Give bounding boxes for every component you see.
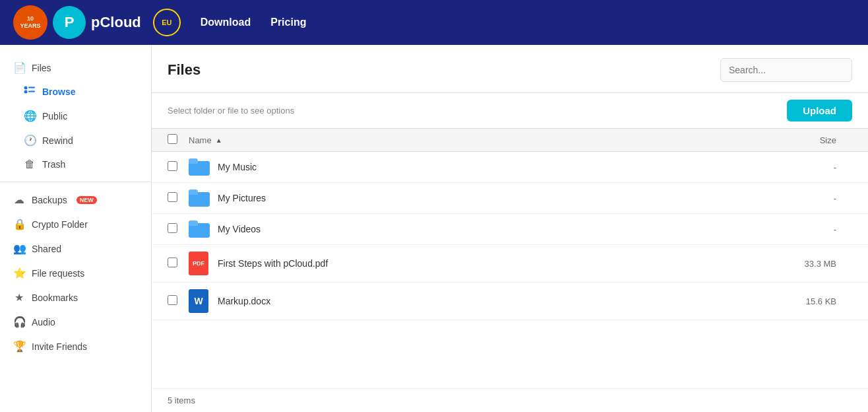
- audio-icon: 🎧: [13, 316, 25, 328]
- folder-icon: [189, 221, 210, 238]
- sidebar-label-bookmarks: Bookmarks: [32, 292, 78, 303]
- row-checkbox-first-steps[interactable]: [168, 258, 177, 267]
- select-hint: Select folder or file to see options: [168, 106, 294, 116]
- pdf-icon: PDF: [189, 252, 208, 275]
- filename-first-steps: First Steps with pCloud.pdf: [218, 258, 773, 269]
- sidebar-item-trash[interactable]: 🗑 Trash: [0, 153, 151, 176]
- table-row[interactable]: W Markup.docx 15.6 KB: [152, 283, 868, 320]
- sidebar-label-file-requests: File requests: [32, 268, 84, 279]
- page-title: Files: [168, 61, 201, 79]
- trash-icon: 🗑: [24, 158, 36, 170]
- svg-point-0: [24, 86, 28, 90]
- col-size-label: Size: [773, 135, 852, 145]
- sidebar-item-files[interactable]: 📄 Files: [0, 55, 151, 80]
- folder-icon: [189, 189, 210, 207]
- filename-my-videos: My Videos: [218, 224, 773, 234]
- svg-rect-1: [28, 87, 35, 88]
- size-my-pictures: -: [773, 193, 852, 203]
- sidebar-label-rewind: Rewind: [42, 135, 73, 146]
- folder-icon: [189, 158, 210, 176]
- sidebar-label-shared: Shared: [32, 244, 61, 254]
- brand-name: pCloud: [91, 14, 141, 31]
- sidebar-label-invite: Invite Friends: [32, 341, 87, 352]
- years-badge: 10YEARS: [13, 5, 47, 40]
- header: 10YEARS P pCloud EU Download Pricing: [0, 0, 868, 45]
- new-badge: NEW: [77, 196, 97, 204]
- table-header: Name ▲ Size: [152, 129, 868, 152]
- invite-icon: 🏆: [13, 340, 25, 353]
- svg-rect-3: [28, 91, 35, 92]
- filename-markup: Markup.docx: [218, 296, 773, 306]
- browse-icon: [24, 86, 36, 98]
- select-all-checkbox[interactable]: [168, 134, 177, 144]
- sidebar-item-invite-friends[interactable]: 🏆 Invite Friends: [0, 334, 151, 359]
- sidebar-divider-1: [0, 182, 151, 182]
- sidebar-label-files: Files: [32, 63, 51, 73]
- sidebar-item-rewind[interactable]: 🕐 Rewind: [0, 128, 151, 153]
- rewind-icon: 🕐: [24, 134, 36, 147]
- sidebar: 📄 Files Browse 🌐 Public 🕐 Rewind 🗑: [0, 45, 152, 412]
- word-icon: W: [189, 289, 208, 313]
- sidebar-label-browse: Browse: [42, 86, 76, 97]
- file-requests-icon: ⭐: [13, 267, 25, 279]
- layout: 📄 Files Browse 🌐 Public 🕐 Rewind 🗑: [0, 45, 868, 412]
- sidebar-item-audio[interactable]: 🎧 Audio: [0, 310, 151, 334]
- size-first-steps: 33.3 MB: [773, 259, 852, 269]
- sort-arrow-icon: ▲: [216, 137, 222, 144]
- sidebar-item-shared[interactable]: 👥 Shared: [0, 236, 151, 261]
- main-content: Files Select folder or file to see optio…: [152, 45, 868, 412]
- row-checkbox-my-music[interactable]: [168, 161, 177, 171]
- sidebar-label-public: Public: [42, 111, 67, 121]
- search-input[interactable]: [720, 58, 852, 82]
- logo-area: 10YEARS P pCloud EU: [13, 5, 181, 40]
- sidebar-label-backups: Backups: [32, 195, 67, 205]
- table-row[interactable]: PDF First Steps with pCloud.pdf 33.3 MB: [152, 245, 868, 283]
- files-icon: 📄: [13, 61, 25, 74]
- public-icon: 🌐: [24, 110, 36, 122]
- sidebar-item-backups[interactable]: ☁ Backups NEW: [0, 188, 151, 212]
- shared-icon: 👥: [13, 242, 25, 255]
- sidebar-label-crypto: Crypto Folder: [32, 219, 88, 230]
- nav-pricing[interactable]: Pricing: [270, 17, 306, 28]
- svg-point-2: [24, 90, 28, 94]
- toolbar: Select folder or file to see options Upl…: [152, 93, 868, 129]
- row-checkbox-my-videos[interactable]: [168, 223, 177, 233]
- filename-my-pictures: My Pictures: [218, 193, 773, 203]
- sidebar-label-trash: Trash: [42, 159, 65, 170]
- table-row[interactable]: My Pictures -: [152, 183, 868, 214]
- sidebar-item-file-requests[interactable]: ⭐ File requests: [0, 261, 151, 285]
- row-checkbox-my-pictures[interactable]: [168, 192, 177, 202]
- sidebar-item-bookmarks[interactable]: ★ Bookmarks: [0, 285, 151, 310]
- size-my-music: -: [773, 162, 852, 172]
- sidebar-item-crypto-folder[interactable]: 🔒 Crypto Folder: [0, 212, 151, 236]
- row-checkbox-markup[interactable]: [168, 295, 177, 305]
- table-row[interactable]: My Music -: [152, 152, 868, 183]
- filename-my-music: My Music: [218, 162, 773, 172]
- size-my-videos: -: [773, 224, 852, 234]
- eu-badge: EU: [153, 9, 181, 36]
- bookmarks-icon: ★: [13, 291, 25, 304]
- pcloud-icon: P: [53, 6, 86, 39]
- header-nav: Download Pricing: [201, 17, 307, 28]
- size-markup: 15.6 KB: [773, 296, 852, 306]
- col-name-label: Name: [189, 135, 212, 145]
- nav-download[interactable]: Download: [201, 17, 251, 28]
- backups-icon: ☁: [13, 193, 25, 206]
- sidebar-label-audio: Audio: [32, 317, 55, 327]
- crypto-icon: 🔒: [13, 218, 25, 230]
- upload-button[interactable]: Upload: [787, 100, 852, 121]
- sidebar-item-browse[interactable]: Browse: [0, 80, 151, 104]
- table-row[interactable]: My Videos -: [152, 214, 868, 245]
- sidebar-item-public[interactable]: 🌐 Public: [0, 104, 151, 128]
- files-header: Files: [152, 45, 868, 93]
- items-count: 5 items: [152, 388, 868, 412]
- file-table: Name ▲ Size My Music - My Pictures -: [152, 129, 868, 388]
